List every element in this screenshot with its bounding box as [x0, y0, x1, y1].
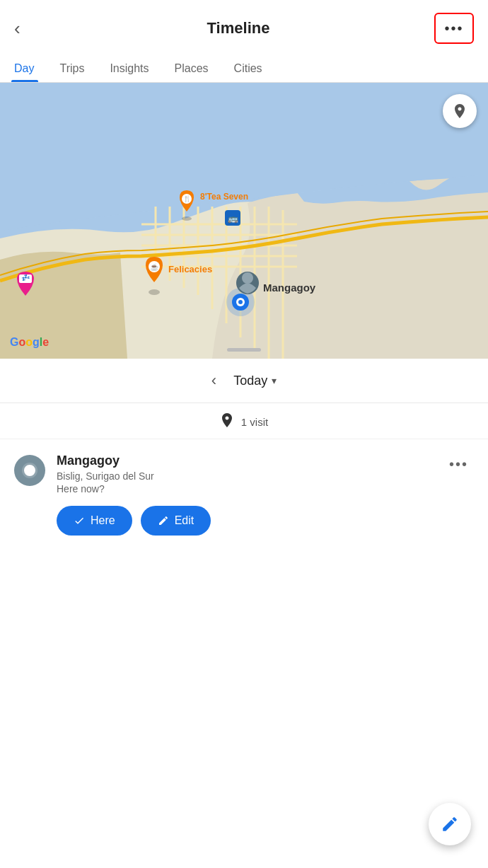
- location-avatar: [14, 455, 45, 486]
- prev-day-button[interactable]: ‹: [211, 371, 216, 390]
- tab-insights[interactable]: Insights: [97, 54, 161, 82]
- location-subtitle: Bislig, Surigao del Sur: [57, 470, 432, 482]
- fab-pencil-icon: [441, 815, 459, 833]
- edit-button[interactable]: Edit: [141, 506, 211, 536]
- location-action-buttons: Here Edit: [57, 506, 432, 536]
- date-dropdown-arrow: ▾: [272, 375, 277, 386]
- back-button[interactable]: ‹: [14, 18, 42, 40]
- more-menu-icon: •••: [444, 21, 463, 37]
- svg-text:🚌: 🚌: [228, 213, 238, 224]
- map-view[interactable]: ☕ Felicacies 🍴 8'Tea Seven 🚌 💤 Ma: [0, 83, 488, 359]
- svg-text:Mangagoy: Mangagoy: [263, 282, 316, 294]
- tab-trips[interactable]: Trips: [47, 54, 97, 82]
- tab-cities[interactable]: Cities: [221, 54, 275, 82]
- here-button[interactable]: Here: [57, 506, 132, 536]
- svg-text:🍴: 🍴: [183, 195, 192, 203]
- my-location-button[interactable]: [443, 94, 477, 128]
- visit-count-bar: 1 visit: [0, 403, 488, 439]
- svg-text:Google: Google: [10, 336, 49, 348]
- checkmark-icon: [74, 515, 85, 526]
- location-here-question: Here now?: [57, 483, 432, 494]
- date-navigation: ‹ Today ▾: [0, 359, 488, 403]
- location-icon-dot: [24, 465, 35, 476]
- svg-text:☕: ☕: [150, 262, 159, 272]
- tab-bar: Day Trips Insights Places Cities: [0, 54, 488, 83]
- svg-text:Felicacies: Felicacies: [168, 264, 212, 274]
- location-card: Mangagoy Bislig, Surigao del Sur Here no…: [0, 439, 488, 552]
- svg-point-20: [182, 216, 192, 221]
- svg-point-31: [238, 300, 243, 304]
- pencil-icon: [158, 515, 169, 526]
- tab-day[interactable]: Day: [11, 54, 47, 82]
- svg-text:💤: 💤: [21, 273, 30, 282]
- more-menu-button[interactable]: •••: [434, 13, 474, 44]
- pin-icon: [220, 413, 234, 430]
- svg-point-16: [149, 289, 160, 295]
- location-name: Mangagoy: [57, 453, 432, 468]
- location-more-button[interactable]: •••: [443, 453, 474, 475]
- svg-text:8'Tea Seven: 8'Tea Seven: [200, 192, 248, 202]
- map-svg: ☕ Felicacies 🍴 8'Tea Seven 🚌 💤 Ma: [0, 83, 488, 359]
- tab-places[interactable]: Places: [162, 54, 221, 82]
- drag-handle: [227, 348, 261, 352]
- visit-count-label: 1 visit: [241, 416, 268, 428]
- location-details: Mangagoy Bislig, Surigao del Sur Here no…: [57, 453, 432, 536]
- page-title: Timeline: [42, 19, 434, 37]
- current-date-label[interactable]: Today ▾: [233, 374, 277, 388]
- svg-point-33: [242, 272, 253, 284]
- header: ‹ Timeline •••: [0, 0, 488, 54]
- fab-edit-button[interactable]: [429, 803, 471, 845]
